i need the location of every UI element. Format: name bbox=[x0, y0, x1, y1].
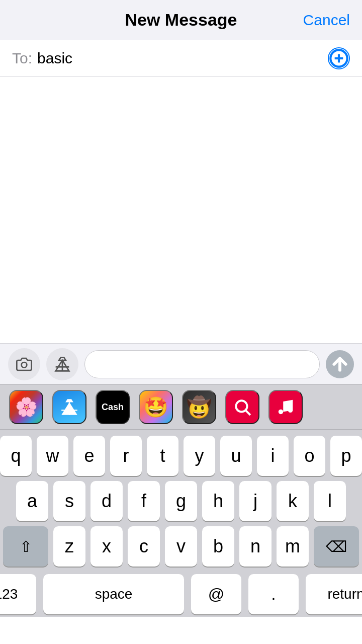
dot-key[interactable]: . bbox=[248, 574, 299, 614]
svg-point-3 bbox=[22, 362, 27, 368]
key-g[interactable]: g bbox=[165, 481, 197, 521]
appstore-logo-icon bbox=[60, 397, 79, 417]
svg-point-11 bbox=[279, 410, 284, 415]
add-recipient-button[interactable] bbox=[328, 47, 350, 69]
space-key[interactable]: space bbox=[43, 574, 184, 614]
at-key[interactable]: @ bbox=[191, 574, 241, 614]
keyboard-row-4: 123 space @ . return bbox=[0, 572, 362, 617]
memoji-icon[interactable]: 🤩 bbox=[139, 390, 173, 424]
appstore-icon bbox=[54, 356, 70, 372]
key-u[interactable]: u bbox=[220, 436, 252, 476]
key-b[interactable]: b bbox=[202, 526, 234, 567]
to-label: To: bbox=[12, 50, 32, 67]
message-input[interactable] bbox=[84, 350, 320, 378]
appstore-app-icon[interactable] bbox=[52, 390, 86, 424]
header-title: New Message bbox=[125, 10, 237, 30]
key-z[interactable]: z bbox=[53, 526, 85, 567]
key-p[interactable]: p bbox=[330, 436, 362, 476]
key-n[interactable]: n bbox=[239, 526, 272, 567]
apple-cash-icon[interactable]: Cash bbox=[96, 390, 130, 424]
key-k[interactable]: k bbox=[277, 481, 309, 521]
svg-point-9 bbox=[236, 400, 247, 412]
key-s[interactable]: s bbox=[53, 481, 85, 521]
magnifier-icon bbox=[233, 397, 252, 417]
to-field-row: To: bbox=[0, 40, 362, 76]
key-y[interactable]: y bbox=[184, 436, 215, 476]
message-area bbox=[0, 76, 362, 343]
svg-point-12 bbox=[288, 408, 293, 413]
cancel-button[interactable]: Cancel bbox=[303, 12, 350, 29]
key-e[interactable]: e bbox=[73, 436, 105, 476]
send-button[interactable] bbox=[326, 350, 354, 378]
delete-key[interactable]: ⌫ bbox=[314, 526, 359, 567]
return-key[interactable]: return bbox=[306, 574, 362, 614]
music-app-icon[interactable] bbox=[268, 390, 303, 424]
key-o[interactable]: o bbox=[294, 436, 325, 476]
key-a[interactable]: a bbox=[16, 481, 48, 521]
key-f[interactable]: f bbox=[128, 481, 160, 521]
appstore-button[interactable] bbox=[46, 348, 78, 380]
svg-line-10 bbox=[246, 411, 250, 415]
camera-button[interactable] bbox=[8, 348, 40, 380]
key-q[interactable]: q bbox=[0, 436, 32, 476]
key-m[interactable]: m bbox=[277, 526, 309, 567]
to-input[interactable] bbox=[37, 50, 328, 67]
key-i[interactable]: i bbox=[257, 436, 289, 476]
music-note-icon bbox=[276, 397, 295, 417]
shift-key[interactable]: ⇧ bbox=[3, 526, 48, 567]
keyboard-row-1: q w e r t y u i o p bbox=[0, 436, 362, 476]
camera-icon bbox=[16, 356, 32, 372]
key-j[interactable]: j bbox=[239, 481, 272, 521]
key-t[interactable]: t bbox=[147, 436, 178, 476]
numbers-key[interactable]: 123 bbox=[0, 574, 36, 614]
plus-icon bbox=[329, 48, 349, 68]
key-d[interactable]: d bbox=[90, 481, 123, 521]
key-x[interactable]: x bbox=[90, 526, 123, 567]
imessage-toolbar bbox=[0, 343, 362, 384]
key-w[interactable]: w bbox=[37, 436, 68, 476]
send-icon bbox=[326, 350, 354, 378]
app-suggestions-row: 🌸 Cash 🤩 🤠 bbox=[0, 384, 362, 430]
animoji-icon[interactable]: 🤠 bbox=[182, 390, 216, 424]
key-r[interactable]: r bbox=[110, 436, 142, 476]
keyboard-row-3: ⇧ z x c v b n m ⌫ bbox=[0, 526, 362, 567]
key-c[interactable]: c bbox=[128, 526, 160, 567]
key-h[interactable]: h bbox=[202, 481, 234, 521]
keyboard: q w e r t y u i o p a s d f g h j k l ⇧ … bbox=[0, 430, 362, 617]
keyboard-row-2: a s d f g h j k l bbox=[0, 481, 362, 521]
key-v[interactable]: v bbox=[165, 526, 197, 567]
key-l[interactable]: l bbox=[314, 481, 346, 521]
header: New Message Cancel bbox=[0, 0, 362, 40]
web-search-icon[interactable] bbox=[225, 390, 259, 424]
photos-app-icon[interactable]: 🌸 bbox=[9, 390, 43, 424]
